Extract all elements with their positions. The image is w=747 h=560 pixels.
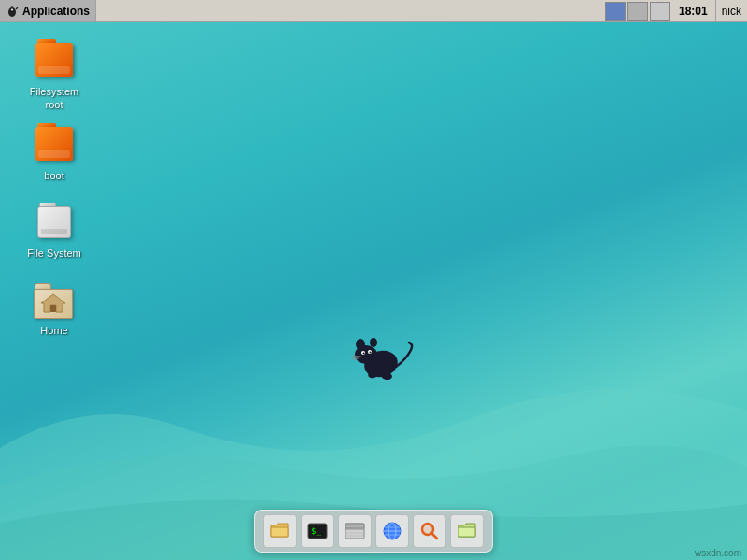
taskbar-browser-btn[interactable]: [375, 514, 409, 548]
svg-line-2: [16, 7, 18, 9]
taskbar-filemanager-btn[interactable]: [338, 514, 372, 548]
svg-point-3: [11, 8, 13, 10]
places-icon: [456, 520, 478, 542]
panel-color-box-1[interactable]: [605, 2, 626, 21]
top-panel: Applications 18:01 nick: [0, 0, 747, 22]
svg-point-8: [356, 339, 365, 350]
desktop-icon-home[interactable]: Home: [17, 276, 92, 338]
watermark: wsxdn.com: [695, 548, 741, 558]
xfce-mouse-mascot: [345, 331, 420, 387]
house-icon: [41, 292, 65, 313]
terminal-icon: $_: [306, 520, 329, 542]
taskbar-places-btn[interactable]: [450, 514, 484, 548]
file-system-label: File System: [24, 245, 83, 260]
orange-drive-filesystem: [34, 39, 75, 80]
panel-color-box-2[interactable]: [627, 2, 648, 21]
svg-point-12: [363, 353, 365, 355]
boot-icon-image: [32, 121, 77, 166]
white-drive-body: [37, 206, 71, 238]
taskbar-files-btn[interactable]: [263, 514, 297, 548]
filesystem-root-icon-image: [32, 37, 77, 82]
panel-right: 18:01 nick: [604, 0, 747, 21]
orange-drive-body: [35, 43, 73, 77]
desktop-icon-file-system[interactable]: File System: [17, 199, 92, 260]
panel-mouse-icon: [6, 5, 19, 18]
search-icon: [418, 520, 441, 542]
desktop-icon-boot[interactable]: boot: [17, 121, 92, 183]
taskbar-terminal-btn[interactable]: $_: [301, 514, 334, 548]
applications-menu[interactable]: Applications: [0, 0, 96, 21]
svg-rect-24: [345, 524, 364, 528]
svg-point-35: [422, 524, 433, 535]
desktop: Applications 18:01 nick Filesystemroot: [0, 0, 747, 560]
filemanager-icon: [344, 520, 366, 542]
folder-icon: [269, 520, 291, 542]
svg-rect-20: [271, 527, 288, 537]
applications-label: Applications: [22, 5, 90, 18]
boot-label: boot: [41, 168, 66, 183]
home-label: Home: [37, 323, 70, 338]
orange-drive-boot-body: [35, 127, 73, 161]
svg-point-9: [370, 338, 377, 347]
home-icon-image: [32, 276, 77, 321]
svg-point-13: [370, 352, 372, 354]
taskbar-search-btn[interactable]: [413, 514, 446, 548]
panel-time: 18:01: [671, 5, 715, 18]
desktop-icon-filesystem-root[interactable]: Filesystemroot: [17, 37, 92, 113]
orange-drive-boot: [34, 123, 75, 164]
svg-text:$_: $_: [311, 526, 321, 536]
folder-tab: [35, 283, 51, 289]
svg-line-34: [432, 534, 438, 539]
browser-icon: [381, 520, 403, 542]
panel-user: nick: [715, 0, 747, 21]
svg-rect-36: [458, 527, 475, 537]
svg-rect-5: [50, 305, 56, 312]
home-folder-icon: [34, 278, 75, 319]
file-system-icon-image: [32, 199, 77, 244]
mouse-mascot-svg: [345, 331, 416, 383]
panel-color-box-3[interactable]: [650, 2, 670, 21]
folder-body: [34, 289, 73, 319]
filesystem-root-label: Filesystemroot: [27, 84, 82, 113]
white-drive-filesystem: [35, 203, 73, 240]
bottom-taskbar: $_: [254, 510, 493, 553]
